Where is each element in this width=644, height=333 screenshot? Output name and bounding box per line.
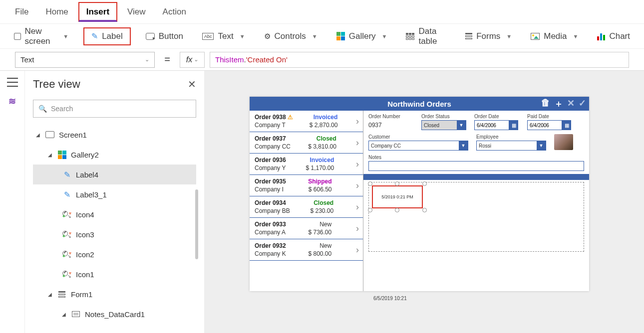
gallery-icon — [336, 32, 345, 40]
label-button[interactable]: ✎ Label — [83, 27, 131, 45]
tree-item-label: Icon3 — [76, 230, 94, 239]
icon-icon: ♥+↘ — [62, 209, 72, 219]
order-date-value[interactable] — [474, 120, 509, 130]
chevron-right-icon[interactable]: › — [354, 159, 359, 169]
order-amount: $ 1,170.00 — [306, 165, 334, 171]
order-status: New — [320, 242, 331, 249]
chevron-right-icon[interactable]: › — [354, 116, 359, 127]
notes-input[interactable] — [368, 161, 584, 171]
tab-view[interactable]: View — [120, 3, 153, 21]
tab-file[interactable]: File — [8, 3, 35, 21]
order-id: Order 0938 ⚠ — [255, 114, 293, 121]
fx-button[interactable]: fx⌄ — [180, 52, 205, 68]
paid-date-value[interactable] — [527, 120, 562, 130]
order-amount: $ 736.00 — [309, 229, 332, 236]
chevron-right-icon[interactable]: › — [354, 245, 359, 255]
controls-icon: ⚙ — [264, 32, 271, 41]
button-button[interactable]: ▸ Button — [142, 29, 187, 43]
notes-datacard[interactable]: 5/2019 0:21 PM — [368, 182, 584, 252]
scrollbar[interactable] — [195, 189, 198, 259]
media-button[interactable]: Media ▼ — [527, 29, 582, 43]
order-gallery-item[interactable]: Order 0932Company KNew$ 800.00› — [250, 239, 363, 261]
new-screen-button[interactable]: New screen ▼ — [10, 24, 72, 48]
tree-item-notes-datacard1[interactable]: ◢ Notes_DataCard1 — [33, 304, 196, 324]
icon-icon: ♥+↘ — [62, 269, 72, 279]
media-btn-text: Media — [544, 31, 567, 41]
cancel-icon[interactable]: ✕ — [567, 98, 575, 110]
gallery-button[interactable]: Gallery ▼ — [332, 29, 391, 43]
order-gallery-item[interactable]: Order 0936Company YInvoiced$ 1,170.00› — [250, 154, 363, 175]
detail-label-orderstatus: Order Status — [421, 114, 466, 119]
text-button[interactable]: Abc Text ▼ — [198, 29, 249, 43]
order-status: Closed — [314, 199, 333, 206]
chevron-right-icon[interactable]: › — [354, 202, 359, 212]
property-name: Text — [20, 55, 34, 64]
tree-item-icon2[interactable]: ♥+↘ Icon2 — [33, 244, 196, 264]
expand-icon[interactable]: ◢ — [48, 152, 53, 158]
chevron-down-icon: ▼ — [573, 33, 579, 39]
calendar-icon[interactable]: ▦ — [509, 120, 518, 130]
tab-action[interactable]: Action — [156, 3, 193, 21]
detail-label-ordernumber: Order Number — [368, 114, 413, 119]
chevron-right-icon[interactable]: › — [354, 138, 359, 148]
selection-handles[interactable] — [370, 184, 424, 210]
expand-icon[interactable]: ◢ — [48, 292, 53, 297]
tree-item-label: Label4 — [76, 170, 98, 179]
app-preview[interactable]: Northwind Orders 🗑 ＋ ✕ ✓ Order 0938 ⚠Com… — [250, 97, 589, 291]
order-amount: $ 800.00 — [309, 250, 332, 257]
tree-item-icon3[interactable]: ♥+↘ Icon3 — [33, 224, 196, 244]
tree-item-form1[interactable]: ◢ Form1 — [33, 284, 196, 304]
property-selector[interactable]: Text ⌄ — [15, 52, 155, 68]
order-company: Company CC — [255, 143, 291, 150]
tab-home[interactable]: Home — [38, 3, 75, 21]
tree-item-icon4[interactable]: ♥+↘ Icon4 — [33, 204, 196, 224]
order-gallery-item[interactable]: Order 0934Company BBClosed$ 230.00› — [250, 196, 363, 218]
button-icon: ▸ — [146, 33, 155, 40]
chevron-right-icon[interactable]: › — [354, 223, 359, 234]
tree-view-icon[interactable]: ≋ — [8, 96, 16, 107]
order-status: Shipped — [308, 178, 331, 185]
order-status-select[interactable]: Closed▼ — [421, 120, 466, 130]
tree-item-icon1[interactable]: ♥+↘ Icon1 — [33, 264, 196, 284]
employee-avatar — [554, 134, 573, 150]
order-id: Order 0932 — [255, 242, 286, 249]
orders-gallery[interactable]: Order 0938 ⚠Company TInvoiced$ 2,870.00›… — [250, 111, 363, 291]
paid-date-picker[interactable]: ▦ — [527, 120, 572, 130]
label4-selected[interactable]: 5/2019 0:21 PM — [372, 185, 423, 208]
order-gallery-item[interactable]: Order 0938 ⚠Company TInvoiced$ 2,870.00› — [250, 111, 363, 132]
tree-search-input[interactable]: 🔍 Search — [33, 100, 196, 118]
hamburger-icon[interactable] — [7, 78, 18, 87]
form-icon — [57, 289, 67, 299]
expand-icon[interactable]: ◢ — [62, 312, 67, 317]
tree-item-gallery2[interactable]: ◢ Gallery2 — [33, 145, 196, 165]
formula-input[interactable]: ThisItem.'Created On' — [210, 52, 629, 68]
datatable-button[interactable]: Data table — [402, 24, 450, 48]
order-gallery-item[interactable]: Order 0937Company CCClosed$ 3,810.00› — [250, 132, 363, 154]
order-date-picker[interactable]: ▦ — [474, 120, 519, 130]
canvas[interactable]: Northwind Orders 🗑 ＋ ✕ ✓ Order 0938 ⚠Com… — [205, 71, 644, 333]
forms-button[interactable]: Forms ▼ — [461, 29, 516, 43]
employee-select[interactable]: Rossi▼ — [476, 141, 546, 151]
tab-insert[interactable]: Insert — [78, 2, 117, 22]
customer-select[interactable]: Company CC▼ — [368, 141, 468, 151]
order-gallery-item[interactable]: Order 0935Company IShipped$ 606.50› — [250, 175, 363, 196]
tree-item-screen1[interactable]: ◢ Screen1 — [33, 125, 196, 145]
check-icon[interactable]: ✓ — [579, 98, 586, 110]
datatable-icon — [406, 33, 414, 40]
chevron-right-icon[interactable]: › — [354, 180, 359, 191]
label-icon: ✎ — [62, 169, 72, 179]
calendar-icon[interactable]: ▦ — [562, 120, 571, 130]
add-icon[interactable]: ＋ — [554, 98, 563, 110]
formula-token-thisitem: ThisItem — [215, 55, 244, 64]
close-icon[interactable]: ✕ — [188, 78, 196, 90]
trash-icon[interactable]: 🗑 — [541, 98, 550, 110]
text-icon: Abc — [202, 33, 214, 40]
chart-button[interactable]: Chart — [593, 29, 634, 43]
expand-icon[interactable]: ◢ — [36, 132, 41, 138]
order-gallery-item[interactable]: Order 0933Company ANew$ 736.00› — [250, 218, 363, 239]
controls-button[interactable]: ⚙ Controls ▼ — [260, 29, 322, 43]
tree-item-label4[interactable]: ✎ Label4 — [33, 165, 196, 184]
detail-label-orderdate: Order Date — [474, 114, 519, 119]
chevron-down-icon: ▼ — [382, 33, 387, 39]
tree-item-label3-1[interactable]: ✎ Label3_1 — [33, 184, 196, 204]
